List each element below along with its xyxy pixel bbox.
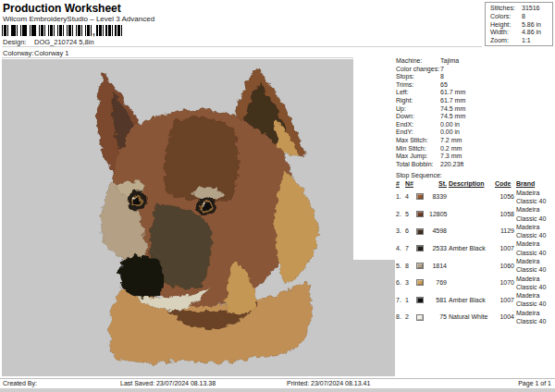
info-up: Up:74.5 mm	[396, 105, 554, 114]
stop-sequence-row: 6.3 769 1070Madeira Classic 40	[396, 275, 554, 292]
design-label: Design:	[3, 38, 34, 46]
stat-width: Width:4.86 in	[490, 29, 552, 37]
info-total-bobbin: Total Bobbin:220.23ft	[396, 161, 554, 169]
stop-sequence-row: 2.5 12805 1058Madeira Classic 40	[396, 205, 554, 223]
design-stats-box: Stitches:31516 Colors:8 Height:5.86 in W…	[485, 2, 553, 46]
design-row: Design: DOG_210724 5,8in	[3, 38, 94, 46]
info-min-stitch: Min Stitch:0.2 mm	[396, 145, 554, 153]
stat-zoom: Zoom:1:1	[490, 37, 552, 45]
thread-color-swatch	[416, 193, 424, 200]
info-color-changes: Color changes:7	[396, 66, 554, 74]
thread-color-swatch	[416, 263, 424, 269]
footer-last-saved: Last Saved: 23/07/2024 08.13.38	[120, 380, 216, 386]
app-subtitle: Wilcom EmbroideryStudio – Level 3 Advanc…	[3, 15, 154, 23]
machine-info-panel: Machine:Tajima Color changes:7 Stops:8 T…	[353, 55, 554, 260]
barcode-bars-left	[2, 25, 92, 36]
stop-sequence-row: 3.6 4598 1129Madeira Classic 40	[396, 223, 554, 240]
stop-sequence-row: 8.2 75Natural White 1004Madeira Classic …	[396, 309, 554, 326]
thread-color-swatch	[416, 211, 424, 217]
thread-color-swatch	[416, 314, 424, 321]
info-right: Right:61.7 mm	[396, 97, 554, 105]
design-value: DOG_210724 5,8in	[34, 38, 94, 46]
stat-stitches: Stitches:31516	[490, 5, 552, 13]
page-title: Production Worksheet	[3, 2, 121, 15]
info-endy: EndY:0.00 in	[396, 129, 554, 137]
stat-height: Height:5.86 in	[490, 21, 552, 30]
info-max-jump: Max Jump:7.3 mm	[396, 153, 554, 161]
info-endx: EndX:0.00 in	[396, 121, 554, 129]
info-max-stitch: Max Stitch:7.2 mm	[396, 137, 554, 145]
info-trims: Trims:65	[396, 81, 554, 90]
stop-sequence-row: 5.8 1814 1060Madeira Classic 40	[396, 257, 554, 275]
window-bottom-strip	[0, 388, 555, 392]
design-preview-canvas	[2, 59, 395, 376]
stop-sequence-title: Stop Sequence:	[396, 171, 554, 179]
stop-sequence-row: 1.4 8339 1056Madeira Classic 40	[396, 189, 554, 206]
footer-page-number: Page 1 of 1	[518, 380, 551, 386]
colorway-label: Colorway:	[3, 49, 34, 57]
stop-sequence-row: 4.7 2533Amber Black 1007Madeira Classic …	[396, 239, 554, 257]
colorway-row: Colorway: Colorway 1	[3, 49, 69, 57]
thread-color-swatch	[416, 297, 424, 303]
info-down: Down:74.5 mm	[396, 113, 554, 121]
thread-color-swatch	[416, 228, 424, 235]
thread-color-swatch	[416, 279, 424, 286]
footer-separator	[0, 378, 555, 379]
info-stops: Stops:8	[396, 73, 554, 81]
dog-embroidery-design	[94, 63, 326, 370]
production-worksheet-page: { "header": { "title": "Production Works…	[0, 0, 555, 392]
footer-created-by: Created By:	[3, 380, 37, 386]
stat-colors: Colors:8	[490, 13, 552, 21]
thread-color-swatch	[416, 245, 424, 251]
stop-sequence-row: 7.1 581Amber Black 1007Madeira Classic 4…	[396, 291, 554, 309]
stop-sequence-header: # N# St. Description Code Brand	[396, 179, 554, 188]
design-barcode-icon: ,	[2, 25, 123, 36]
separator-line	[2, 46, 482, 47]
footer-printed: Printed: 23/07/2024 08.13.41	[287, 380, 370, 386]
colorway-value: Colorway 1	[34, 49, 69, 57]
info-left: Left:61.7 mm	[396, 89, 554, 97]
info-machine: Machine:Tajima	[396, 57, 554, 66]
barcode-bars-right	[96, 25, 123, 36]
